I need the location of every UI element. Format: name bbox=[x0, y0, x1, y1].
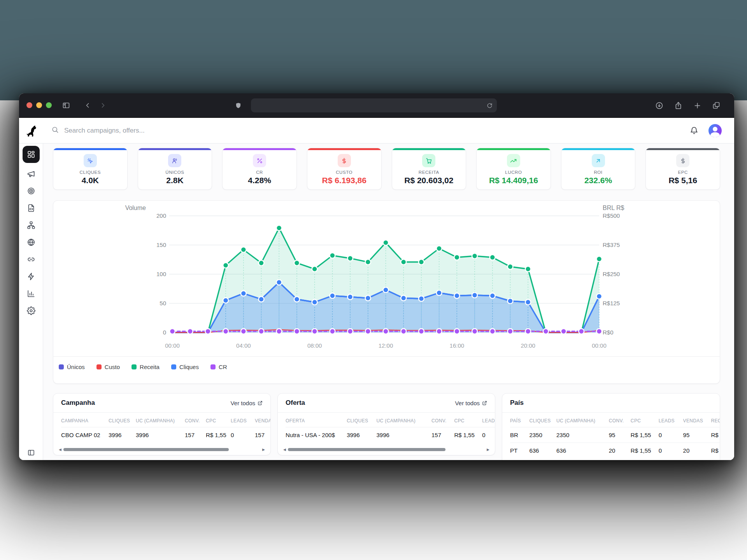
kpi-label: CR bbox=[256, 170, 263, 175]
legend-item-únicos[interactable]: Únicos bbox=[59, 364, 85, 370]
sidebar-item-links[interactable] bbox=[19, 251, 43, 268]
kpi-accent-bar bbox=[53, 148, 127, 150]
sidebar-item-automation[interactable] bbox=[19, 268, 43, 285]
sidebar bbox=[19, 144, 43, 460]
column-header: CLIQUES bbox=[529, 413, 556, 427]
avatar[interactable] bbox=[708, 124, 722, 137]
horizontal-scrollbar[interactable]: ◀▶ bbox=[59, 447, 265, 452]
kpi-label: EPC bbox=[678, 170, 688, 175]
sidebar-toggle-icon[interactable] bbox=[61, 100, 72, 111]
new-tab-icon[interactable] bbox=[692, 100, 703, 111]
main-content: CLIQUES4.0KÚNICOS2.8KCR4.28%CUSTOR$ 6.19… bbox=[43, 144, 734, 460]
sidebar-item-flows[interactable] bbox=[19, 217, 43, 234]
sidebar-item-pages[interactable] bbox=[19, 200, 43, 217]
table-row[interactable]: BR2350235095R$ 1,55095R$ 9.288,09 bbox=[510, 427, 720, 443]
app-header bbox=[19, 118, 734, 144]
shield-icon[interactable] bbox=[233, 100, 244, 111]
tables-row: CampanhaVer todosCAMPANHACLIQUESUC (CAMP… bbox=[53, 393, 720, 460]
external-link-icon bbox=[482, 401, 487, 406]
ver-todos-link[interactable]: Ver todos bbox=[231, 400, 263, 406]
table-cell: R$ 3.484,10 bbox=[711, 443, 720, 458]
globe-icon bbox=[27, 238, 35, 247]
legend-item-custo[interactable]: Custo bbox=[96, 364, 120, 370]
svg-text:Volume: Volume bbox=[125, 205, 146, 211]
search-input[interactable] bbox=[63, 126, 298, 135]
column-header: LEADS bbox=[482, 413, 495, 427]
megaphone-icon bbox=[27, 170, 35, 178]
arrow-up-right-icon bbox=[592, 154, 605, 167]
scrollbar-thumb[interactable] bbox=[288, 448, 445, 451]
scrollbar-thumb[interactable] bbox=[63, 448, 229, 451]
legend-item-receita[interactable]: Receita bbox=[132, 364, 160, 370]
table-row[interactable]: CBO CAMP 0239963996157R$ 1,550157R bbox=[61, 427, 270, 443]
sidebar-item-offers[interactable] bbox=[19, 182, 43, 200]
search-bar[interactable] bbox=[43, 126, 690, 135]
legend-swatch bbox=[210, 364, 216, 369]
svg-text:00:00: 00:00 bbox=[592, 342, 607, 349]
column-header: CAMPANHA bbox=[61, 413, 109, 427]
kpi-label: RECEITA bbox=[419, 170, 439, 175]
address-bar[interactable] bbox=[251, 98, 497, 112]
svg-text:150: 150 bbox=[156, 242, 166, 248]
legend-item-cr[interactable]: CR bbox=[210, 364, 227, 370]
table-cell: 20 bbox=[609, 443, 631, 458]
svg-text:0: 0 bbox=[163, 329, 166, 336]
sidebar-item-domains[interactable] bbox=[19, 234, 43, 251]
download-icon[interactable] bbox=[654, 100, 665, 111]
ver-todos-label: Ver todos bbox=[455, 400, 480, 406]
panel-left-icon[interactable] bbox=[19, 449, 43, 457]
scroll-left-arrow[interactable]: ◀ bbox=[59, 448, 61, 452]
legend-label: CR bbox=[219, 364, 227, 370]
traffic-light-minimize[interactable] bbox=[36, 102, 42, 108]
kpi-value: 4.0K bbox=[82, 176, 99, 185]
gear-icon bbox=[27, 306, 35, 315]
scroll-right-arrow[interactable]: ▶ bbox=[487, 448, 489, 452]
table-title: Oferta bbox=[286, 399, 305, 407]
scrollbar-track[interactable] bbox=[63, 448, 260, 451]
forward-icon[interactable] bbox=[98, 100, 109, 111]
data-table: CAMPANHACLIQUESUC (CAMPANHA)CONV.CPCLEAD… bbox=[61, 413, 270, 443]
legend-item-cliques[interactable]: Cliques bbox=[171, 364, 199, 370]
traffic-light-zoom[interactable] bbox=[46, 102, 52, 108]
kpi-card-únicos: ÚNICOS2.8K bbox=[138, 148, 212, 190]
legend-label: Cliques bbox=[179, 364, 199, 370]
table-cell: 0 bbox=[659, 427, 683, 443]
sidebar-item-settings[interactable] bbox=[19, 302, 43, 319]
table-cell: 0 bbox=[231, 427, 255, 443]
table-row[interactable]: PT63663620R$ 1,55020R$ 3.484,10 bbox=[510, 443, 720, 458]
kpi-label: ÚNICOS bbox=[165, 170, 184, 175]
sidebar-item-campaigns[interactable] bbox=[19, 165, 43, 182]
traffic-light-close[interactable] bbox=[26, 102, 32, 108]
table-cell: 3996 bbox=[109, 427, 136, 443]
bell-icon[interactable] bbox=[690, 126, 698, 135]
back-icon[interactable] bbox=[82, 100, 93, 111]
scroll-right-arrow[interactable]: ▶ bbox=[262, 448, 265, 452]
traffic-chart-card: VolumeBRL R$0R$050R$125100R$250150R$3752… bbox=[53, 200, 720, 384]
browser-window: CLIQUES4.0KÚNICOS2.8KCR4.28%CUSTOR$ 6.19… bbox=[19, 93, 734, 460]
url-input[interactable] bbox=[251, 98, 484, 112]
kpi-card-roi: ROI232.6% bbox=[561, 148, 636, 190]
sidebar-item-reports[interactable] bbox=[19, 285, 43, 302]
dog-logo[interactable] bbox=[19, 125, 43, 136]
table-row[interactable]: Nutra - USA - 200$39963996157R$ 1,550157 bbox=[286, 427, 495, 443]
external-link-icon bbox=[258, 401, 263, 406]
legend-swatch bbox=[96, 364, 102, 369]
browser-toolbar bbox=[19, 93, 734, 118]
legend-swatch bbox=[59, 364, 64, 369]
column-header: CPC bbox=[454, 413, 482, 427]
desktop: CLIQUES4.0KÚNICOS2.8KCR4.28%CUSTOR$ 6.19… bbox=[0, 0, 747, 560]
tab-overview-icon[interactable] bbox=[711, 100, 722, 111]
scrollbar-track[interactable] bbox=[288, 448, 485, 451]
share-icon[interactable] bbox=[673, 100, 684, 111]
column-header: OFERTA bbox=[286, 413, 347, 427]
table-cell: R$ 1,55 bbox=[631, 427, 659, 443]
sidebar-item-dashboard[interactable] bbox=[19, 144, 43, 165]
scroll-left-arrow[interactable]: ◀ bbox=[283, 448, 286, 452]
horizontal-scrollbar[interactable]: ◀▶ bbox=[283, 447, 489, 452]
ver-todos-link[interactable]: Ver todos bbox=[455, 400, 487, 406]
reload-icon[interactable] bbox=[484, 100, 495, 111]
table-cell: 3996 bbox=[136, 427, 185, 443]
svg-text:R$375: R$375 bbox=[603, 242, 620, 248]
svg-text:BRL R$: BRL R$ bbox=[603, 205, 624, 211]
legend-label: Custo bbox=[105, 364, 120, 370]
